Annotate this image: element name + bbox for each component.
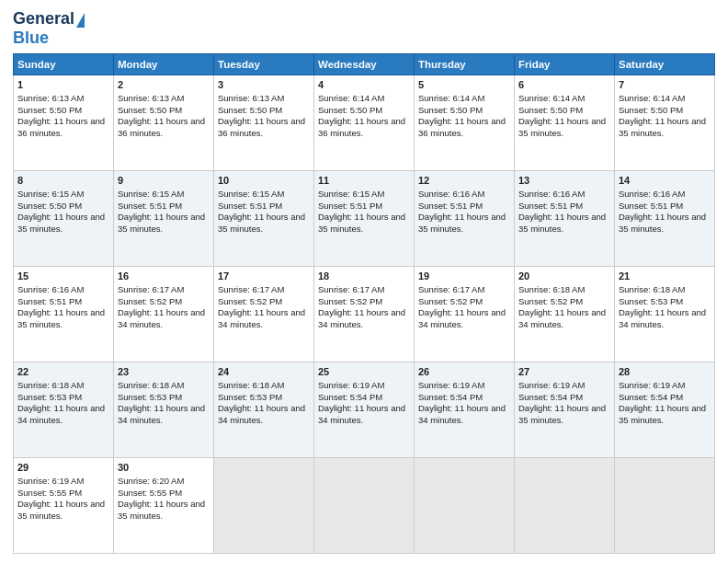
sunset-text: Sunset: 5:53 PM bbox=[118, 392, 182, 402]
calendar-cell: 12Sunrise: 6:16 AMSunset: 5:51 PMDayligh… bbox=[415, 171, 515, 267]
calendar-cell: 1Sunrise: 6:13 AMSunset: 5:50 PMDaylight… bbox=[14, 75, 114, 171]
calendar-cell: 6Sunrise: 6:14 AMSunset: 5:50 PMDaylight… bbox=[515, 75, 615, 171]
sunrise-text: Sunrise: 6:20 AM bbox=[118, 476, 184, 486]
day-number: 13 bbox=[518, 174, 610, 188]
daylight-text: Daylight: 11 hours and 34 minutes. bbox=[518, 307, 606, 329]
sunrise-text: Sunrise: 6:15 AM bbox=[118, 189, 184, 199]
sunrise-text: Sunrise: 6:13 AM bbox=[17, 93, 84, 103]
daylight-text: Daylight: 11 hours and 35 minutes. bbox=[218, 212, 305, 234]
day-number: 5 bbox=[418, 78, 510, 92]
daylight-text: Daylight: 11 hours and 36 minutes. bbox=[318, 116, 405, 138]
calendar-cell: 7Sunrise: 6:14 AMSunset: 5:50 PMDaylight… bbox=[615, 75, 715, 171]
sunset-text: Sunset: 5:54 PM bbox=[619, 392, 683, 402]
sunset-text: Sunset: 5:50 PM bbox=[619, 105, 683, 115]
calendar-cell: 23Sunrise: 6:18 AMSunset: 5:53 PMDayligh… bbox=[114, 362, 214, 458]
logo-blue: Blue bbox=[13, 29, 49, 47]
calendar-cell bbox=[515, 458, 615, 554]
calendar-cell: 13Sunrise: 6:16 AMSunset: 5:51 PMDayligh… bbox=[515, 171, 615, 267]
calendar-week-1: 1Sunrise: 6:13 AMSunset: 5:50 PMDaylight… bbox=[14, 75, 715, 171]
daylight-text: Daylight: 11 hours and 36 minutes. bbox=[17, 116, 105, 138]
daylight-text: Daylight: 11 hours and 35 minutes. bbox=[17, 499, 105, 521]
day-number: 14 bbox=[619, 174, 711, 188]
calendar-cell: 11Sunrise: 6:15 AMSunset: 5:51 PMDayligh… bbox=[314, 171, 415, 267]
calendar-week-5: 29Sunrise: 6:19 AMSunset: 5:55 PMDayligh… bbox=[14, 458, 715, 554]
sunrise-text: Sunrise: 6:19 AM bbox=[318, 380, 384, 390]
daylight-text: Daylight: 11 hours and 35 minutes. bbox=[318, 212, 405, 234]
day-number: 15 bbox=[17, 270, 109, 283]
sunrise-text: Sunrise: 6:15 AM bbox=[318, 189, 384, 199]
day-number: 2 bbox=[118, 78, 210, 92]
day-number: 30 bbox=[118, 461, 210, 475]
logo: General Blue bbox=[13, 9, 85, 48]
day-number: 16 bbox=[118, 270, 210, 283]
sunrise-text: Sunrise: 6:18 AM bbox=[118, 380, 184, 390]
calendar-cell: 15Sunrise: 6:16 AMSunset: 5:51 PMDayligh… bbox=[14, 267, 114, 362]
day-number: 22 bbox=[17, 365, 109, 379]
sunrise-text: Sunrise: 6:18 AM bbox=[17, 380, 84, 390]
day-number: 29 bbox=[17, 461, 109, 475]
day-number: 26 bbox=[418, 365, 510, 379]
day-number: 17 bbox=[218, 270, 310, 283]
daylight-text: Daylight: 11 hours and 35 minutes. bbox=[17, 307, 105, 329]
logo-triangle-icon bbox=[76, 13, 85, 28]
day-number: 12 bbox=[418, 174, 510, 188]
sunrise-text: Sunrise: 6:13 AM bbox=[118, 93, 184, 103]
sunrise-text: Sunrise: 6:19 AM bbox=[418, 380, 484, 390]
calendar-cell: 30Sunrise: 6:20 AMSunset: 5:55 PMDayligh… bbox=[114, 458, 214, 554]
day-number: 19 bbox=[418, 270, 510, 283]
sunrise-text: Sunrise: 6:16 AM bbox=[17, 284, 84, 294]
day-number: 10 bbox=[218, 174, 310, 188]
day-number: 9 bbox=[118, 174, 210, 188]
calendar-cell: 2Sunrise: 6:13 AMSunset: 5:50 PMDaylight… bbox=[114, 75, 214, 171]
sunset-text: Sunset: 5:51 PM bbox=[518, 201, 583, 211]
calendar-cell bbox=[615, 458, 715, 554]
calendar-week-4: 22Sunrise: 6:18 AMSunset: 5:53 PMDayligh… bbox=[14, 362, 715, 458]
sunset-text: Sunset: 5:51 PM bbox=[118, 201, 182, 211]
daylight-text: Daylight: 11 hours and 34 minutes. bbox=[318, 307, 405, 329]
calendar-cell: 17Sunrise: 6:17 AMSunset: 5:52 PMDayligh… bbox=[214, 267, 314, 362]
daylight-text: Daylight: 11 hours and 34 minutes. bbox=[17, 403, 105, 425]
col-header-friday: Friday bbox=[515, 54, 615, 75]
sunset-text: Sunset: 5:50 PM bbox=[518, 105, 583, 115]
sunset-text: Sunset: 5:50 PM bbox=[17, 201, 82, 211]
calendar-cell: 28Sunrise: 6:19 AMSunset: 5:54 PMDayligh… bbox=[615, 362, 715, 458]
calendar-cell: 20Sunrise: 6:18 AMSunset: 5:52 PMDayligh… bbox=[515, 267, 615, 362]
daylight-text: Daylight: 11 hours and 35 minutes. bbox=[518, 116, 606, 138]
sunset-text: Sunset: 5:50 PM bbox=[418, 105, 483, 115]
calendar-cell: 9Sunrise: 6:15 AMSunset: 5:51 PMDaylight… bbox=[114, 171, 214, 267]
sunrise-text: Sunrise: 6:17 AM bbox=[118, 284, 184, 294]
sunset-text: Sunset: 5:54 PM bbox=[318, 392, 382, 402]
sunset-text: Sunset: 5:52 PM bbox=[418, 296, 483, 306]
sunset-text: Sunset: 5:51 PM bbox=[218, 201, 282, 211]
sunrise-text: Sunrise: 6:14 AM bbox=[518, 93, 585, 103]
sunrise-text: Sunrise: 6:14 AM bbox=[318, 93, 384, 103]
page: General Blue SundayMondayTuesdayWednesda… bbox=[0, 0, 728, 563]
calendar-cell: 25Sunrise: 6:19 AMSunset: 5:54 PMDayligh… bbox=[314, 362, 415, 458]
col-header-thursday: Thursday bbox=[415, 54, 515, 75]
calendar-week-3: 15Sunrise: 6:16 AMSunset: 5:51 PMDayligh… bbox=[14, 267, 715, 362]
sunset-text: Sunset: 5:52 PM bbox=[518, 296, 583, 306]
daylight-text: Daylight: 11 hours and 35 minutes. bbox=[619, 116, 706, 138]
daylight-text: Daylight: 11 hours and 34 minutes. bbox=[418, 307, 506, 329]
sunset-text: Sunset: 5:55 PM bbox=[17, 488, 82, 498]
header: General Blue bbox=[13, 9, 715, 48]
sunrise-text: Sunrise: 6:16 AM bbox=[418, 189, 484, 199]
calendar-cell: 19Sunrise: 6:17 AMSunset: 5:52 PMDayligh… bbox=[415, 267, 515, 362]
daylight-text: Daylight: 11 hours and 34 minutes. bbox=[118, 307, 205, 329]
col-header-tuesday: Tuesday bbox=[214, 54, 314, 75]
calendar-cell: 3Sunrise: 6:13 AMSunset: 5:50 PMDaylight… bbox=[214, 75, 314, 171]
sunrise-text: Sunrise: 6:17 AM bbox=[318, 284, 384, 294]
daylight-text: Daylight: 11 hours and 35 minutes. bbox=[619, 403, 706, 425]
calendar-cell: 16Sunrise: 6:17 AMSunset: 5:52 PMDayligh… bbox=[114, 267, 214, 362]
sunset-text: Sunset: 5:52 PM bbox=[318, 296, 382, 306]
daylight-text: Daylight: 11 hours and 35 minutes. bbox=[518, 403, 606, 425]
sunset-text: Sunset: 5:54 PM bbox=[418, 392, 483, 402]
daylight-text: Daylight: 11 hours and 36 minutes. bbox=[418, 116, 506, 138]
day-number: 27 bbox=[518, 365, 610, 379]
day-number: 6 bbox=[518, 78, 610, 92]
sunset-text: Sunset: 5:51 PM bbox=[619, 201, 683, 211]
calendar-cell bbox=[214, 458, 314, 554]
sunrise-text: Sunrise: 6:13 AM bbox=[218, 93, 284, 103]
daylight-text: Daylight: 11 hours and 36 minutes. bbox=[218, 116, 305, 138]
calendar-table: SundayMondayTuesdayWednesdayThursdayFrid… bbox=[13, 53, 715, 554]
